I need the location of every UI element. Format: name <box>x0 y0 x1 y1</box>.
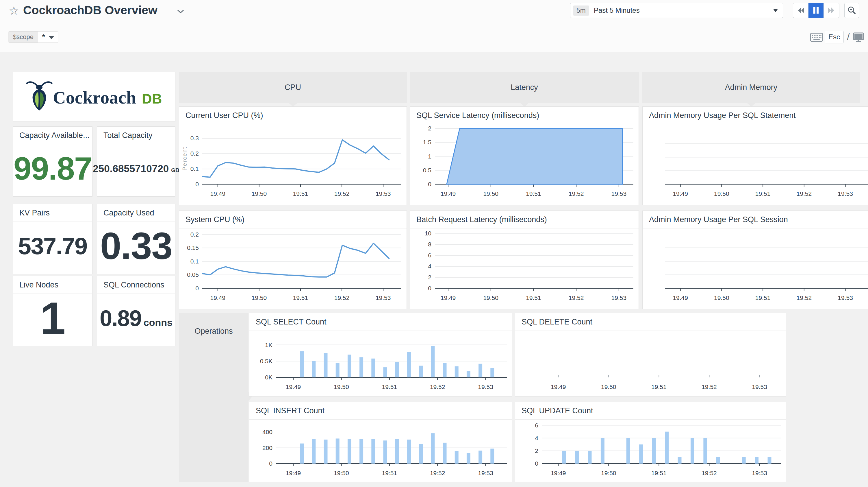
svg-text:19:52: 19:52 <box>334 190 350 197</box>
group-header-cpu[interactable]: CPU <box>179 72 407 103</box>
favorite-star-icon[interactable]: ☆ <box>9 4 19 17</box>
panel-sql-delete-count: SQL DELETE Count 19:4919:5019:5119:5219:… <box>515 313 786 397</box>
svg-text:19:49: 19:49 <box>210 294 225 301</box>
group-pointer <box>520 103 529 107</box>
stat-label: Capacity Available... <box>13 127 92 144</box>
svg-text:19:52: 19:52 <box>702 383 717 390</box>
svg-text:1.5: 1.5 <box>423 139 431 145</box>
svg-text:19:53: 19:53 <box>376 294 391 301</box>
chart-batch-request-latency[interactable]: 024681019:4919:5019:5119:5219:53 <box>410 228 639 310</box>
stat-label: Total Capacity <box>97 127 175 144</box>
svg-text:8: 8 <box>428 241 431 248</box>
chart-title: Current User CPU (%) <box>179 107 407 124</box>
fast-forward-button[interactable] <box>824 3 839 18</box>
svg-text:0.2: 0.2 <box>190 231 199 238</box>
rewind-button[interactable] <box>793 3 808 18</box>
stat-card-capacity-used: Capacity Used 0.33 <box>97 204 176 274</box>
svg-text:2: 2 <box>428 274 431 281</box>
svg-text:0K: 0K <box>265 374 273 380</box>
fullscreen-monitor-icon[interactable] <box>853 32 865 44</box>
chart-sql-service-latency[interactable]: 00.511.5219:4919:5019:5119:5219:53 <box>410 124 639 206</box>
group-header-operations[interactable]: Operations <box>179 313 248 482</box>
panel-batch-request-latency: Batch Request Latency (milliseconds) 024… <box>410 210 639 309</box>
panel-sql-update-count: SQL UPDATE Count 024619:4919:5019:5119:5… <box>515 402 786 482</box>
chart-sql-update-count[interactable]: 024619:4919:5019:5119:5219:53 <box>515 420 786 483</box>
scope-value: * <box>42 33 45 41</box>
svg-text:19:51: 19:51 <box>382 383 397 390</box>
chart-title: Batch Request Latency (milliseconds) <box>410 211 639 228</box>
title-chevron-down-icon[interactable] <box>177 9 184 15</box>
chart-title: Admin Memory Usage Per SQL Session <box>643 211 868 228</box>
svg-text:Percent: Percent <box>182 147 188 171</box>
svg-text:19:49: 19:49 <box>286 470 301 476</box>
svg-text:19:50: 19:50 <box>714 190 729 197</box>
chart-title: SQL UPDATE Count <box>515 402 786 420</box>
svg-text:0.15: 0.15 <box>187 245 199 251</box>
svg-text:19:53: 19:53 <box>478 383 493 390</box>
svg-text:19:51: 19:51 <box>382 470 397 476</box>
keyboard-icon[interactable] <box>810 33 823 43</box>
panel-current-user-cpu: Current User CPU (%) 00.10.20.319:4919:5… <box>179 107 407 205</box>
time-range-label: Past 5 Minutes <box>594 6 773 15</box>
svg-text:19:51: 19:51 <box>293 190 308 197</box>
svg-text:6: 6 <box>428 252 431 259</box>
svg-text:19:53: 19:53 <box>838 294 853 301</box>
zoom-out-icon <box>847 6 857 15</box>
svg-text:19:53: 19:53 <box>612 190 627 197</box>
group-label: CPU <box>285 83 301 92</box>
svg-text:19:50: 19:50 <box>483 190 498 197</box>
svg-text:0.1: 0.1 <box>190 165 199 172</box>
svg-text:19:53: 19:53 <box>376 190 391 197</box>
svg-text:0: 0 <box>195 285 199 291</box>
scope-label: $scope <box>8 31 38 42</box>
cockroachdb-logo-card: Cockroach DB <box>13 72 176 122</box>
panel-sql-insert-count: SQL INSERT Count 020040019:4919:5019:511… <box>249 402 512 482</box>
chart-sql-select-count[interactable]: 0K0.5K1K19:4919:5019:5119:5219:53 <box>249 331 512 398</box>
time-range-badge: 5m <box>573 5 589 16</box>
chart-current-user-cpu[interactable]: 00.10.20.319:4919:5019:5119:5219:53Perce… <box>179 124 407 206</box>
chart-sql-insert-count[interactable]: 020040019:4919:5019:5119:5219:53 <box>249 420 512 483</box>
stat-unit: GB <box>171 167 180 173</box>
svg-text:19:51: 19:51 <box>651 383 666 390</box>
stat-unit: conns <box>144 317 173 328</box>
svg-text:19:53: 19:53 <box>478 470 493 476</box>
svg-text:19:53: 19:53 <box>752 383 767 390</box>
group-label: Admin Memory <box>725 83 778 92</box>
svg-text:19:52: 19:52 <box>334 294 350 301</box>
chart-title: Admin Memory Usage Per SQL Statement <box>643 107 868 124</box>
stat-card-live-nodes: Live Nodes 1 <box>13 276 92 346</box>
svg-text:19:53: 19:53 <box>752 470 767 476</box>
svg-text:19:50: 19:50 <box>334 470 349 476</box>
cockroachdb-logo: Cockroach DB <box>26 81 162 113</box>
pause-button[interactable] <box>808 3 824 18</box>
svg-text:19:51: 19:51 <box>755 294 771 301</box>
chart-system-cpu[interactable]: 00.050.10.150.219:4919:5019:5119:5219:53 <box>179 228 407 310</box>
chart-admin-memory-statement[interactable]: 19:4919:5019:5119:5219:53 <box>643 124 868 206</box>
group-header-latency[interactable]: Latency <box>410 72 639 103</box>
chart-title: System CPU (%) <box>179 211 407 228</box>
esc-key-button[interactable]: Esc <box>825 31 844 44</box>
svg-text:0.1: 0.1 <box>190 258 199 265</box>
template-variable-scope[interactable]: $scope * <box>8 31 58 43</box>
svg-text:19:50: 19:50 <box>714 294 729 301</box>
svg-text:0: 0 <box>195 181 199 188</box>
stat-card-capacity-available: Capacity Available... 99.87 <box>13 126 92 197</box>
panel-system-cpu: System CPU (%) 00.050.10.150.219:4919:50… <box>179 210 407 309</box>
chart-admin-memory-session[interactable]: 19:4919:5019:5119:5219:53 <box>643 228 868 310</box>
svg-text:19:49: 19:49 <box>286 383 301 390</box>
svg-text:19:49: 19:49 <box>673 294 688 301</box>
zoom-out-button[interactable] <box>844 3 859 18</box>
svg-text:0.05: 0.05 <box>187 271 199 278</box>
stat-value: 537.79 <box>18 234 87 258</box>
stat-card-kv-pairs: KV Pairs 537.79 <box>13 204 92 274</box>
svg-text:19:52: 19:52 <box>430 383 445 390</box>
group-header-admin-memory[interactable]: Admin Memory <box>642 72 860 103</box>
time-range-selector[interactable]: 5m Past 5 Minutes <box>570 3 783 18</box>
chart-sql-delete-count[interactable]: 19:4919:5019:5119:5219:53 <box>515 331 786 398</box>
playback-controls <box>793 3 839 18</box>
group-label: Latency <box>510 83 538 92</box>
svg-text:19:50: 19:50 <box>252 190 267 197</box>
svg-text:19:53: 19:53 <box>612 294 627 301</box>
stat-label: KV Pairs <box>13 204 92 222</box>
slash-separator: / <box>847 31 849 42</box>
